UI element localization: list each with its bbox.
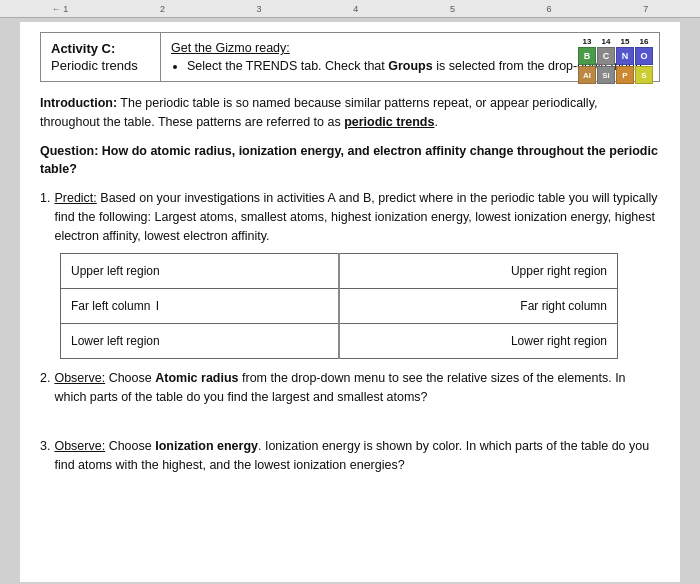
pt-cell-N: N	[616, 47, 634, 65]
item-1-label: Predict:	[54, 191, 96, 205]
far-left-label: Far left column	[71, 299, 150, 313]
pt-cell-C: C	[597, 47, 615, 65]
pt-row1: B C N O	[578, 47, 653, 65]
spacer	[40, 417, 660, 437]
item-2: 2. Observe: Choose Atomic radius from th…	[40, 369, 660, 407]
activity-right: Get the Gizmo ready: Select the TRENDS t…	[161, 33, 659, 81]
far-right-label: Far right column	[520, 299, 607, 313]
upper-right-cell[interactable]: Upper right region	[339, 254, 618, 289]
question-text: Question: How do atomic radius, ionizati…	[40, 144, 658, 177]
intro-text: The periodic table is so named because s…	[40, 96, 597, 129]
upper-left-cell[interactable]: Upper left region	[61, 254, 340, 289]
introduction-section: Introduction: The periodic table is so n…	[40, 94, 660, 132]
item-3-body: Choose Ionization energy. Ionization ene…	[54, 439, 649, 472]
table-row: Far left column I Far right column	[61, 289, 618, 324]
ruler-marks: ← 1 2 3 4 5 6 7	[6, 4, 694, 14]
pt-cell-Al: Al	[578, 66, 596, 84]
far-right-cell[interactable]: Far right column	[339, 289, 618, 324]
intro-bold-label: Introduction:	[40, 96, 117, 110]
predict-table: Upper left region Upper right region Far…	[60, 253, 618, 359]
activity-subtitle: Periodic trends	[51, 58, 150, 73]
item-3: 3. Observe: Choose Ionization energy. Io…	[40, 437, 660, 475]
item-3-number: 3.	[40, 437, 50, 456]
item-2-number: 2.	[40, 369, 50, 388]
item-3-label: Observe:	[54, 439, 105, 453]
lower-right-cell[interactable]: Lower right region	[339, 324, 618, 359]
far-left-cell[interactable]: Far left column I	[61, 289, 340, 324]
question-section: Question: How do atomic radius, ionizati…	[40, 142, 660, 180]
item-1: 1. Predict: Based on your investigations…	[40, 189, 660, 359]
item-1-number: 1.	[40, 189, 50, 208]
pt-cell-Si: Si	[597, 66, 615, 84]
table-row: Upper left region Upper right region	[61, 254, 618, 289]
table-row: Lower left region Lower right region	[61, 324, 618, 359]
item-2-body: Choose Atomic radius from the drop-down …	[54, 371, 625, 404]
ruler: ← 1 2 3 4 5 6 7	[0, 0, 700, 18]
item-1-body: Based on your investigations in activiti…	[54, 191, 657, 243]
pt-cell-O: O	[635, 47, 653, 65]
lower-left-cell[interactable]: Lower left region	[61, 324, 340, 359]
item-2-label: Observe:	[54, 371, 105, 385]
page: Activity C: Periodic trends Get the Gizm…	[20, 22, 680, 582]
upper-right-label: Upper right region	[511, 264, 607, 278]
lower-right-label: Lower right region	[511, 334, 607, 348]
lower-left-label: Lower left region	[71, 334, 160, 348]
periodic-trends-term: periodic trends	[344, 115, 434, 129]
text-cursor: I	[156, 299, 159, 313]
activity-left: Activity C: Periodic trends	[41, 33, 161, 81]
pt-cell-P: P	[616, 66, 634, 84]
pt-cell-S: S	[635, 66, 653, 84]
pt-cell-B: B	[578, 47, 596, 65]
upper-left-label: Upper left region	[71, 264, 160, 278]
activity-box: Activity C: Periodic trends Get the Gizm…	[40, 32, 660, 82]
pt-row2: Al Si P S	[578, 66, 653, 84]
periodic-table-mini: 13 14 15 16 B C N O Al Si P S	[578, 37, 653, 84]
activity-label: Activity C:	[51, 41, 150, 56]
